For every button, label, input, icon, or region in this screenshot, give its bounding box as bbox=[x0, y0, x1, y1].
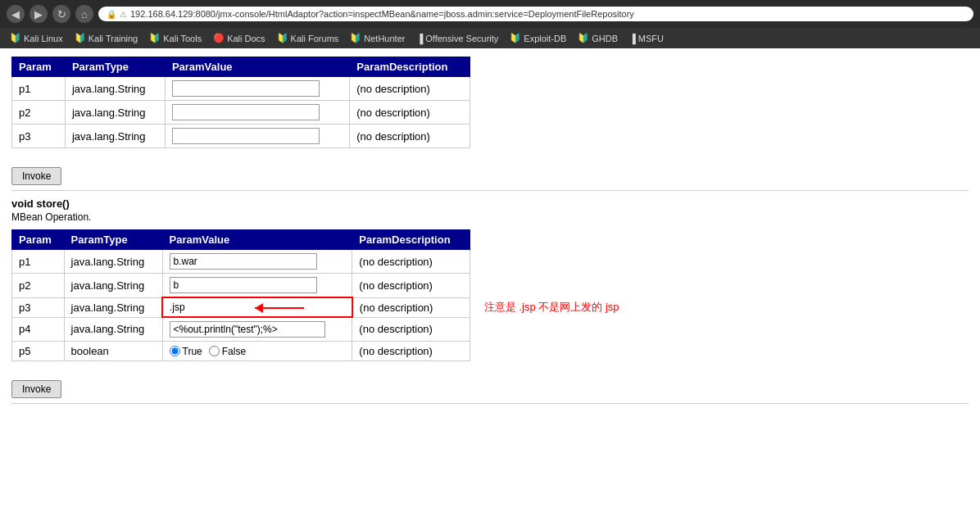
section-divider bbox=[11, 190, 969, 191]
paramtype-cell: java.lang.String bbox=[64, 250, 162, 274]
home-button[interactable]: ⌂ bbox=[75, 5, 93, 23]
offensive-security-icon: ▐ bbox=[416, 34, 423, 43]
paramdesc-cell: (no description) bbox=[352, 250, 470, 274]
paramtype-cell: java.lang.String bbox=[64, 274, 162, 298]
bookmark-label: MSFU bbox=[638, 34, 664, 43]
bookmark-kali-training[interactable]: 🔰 Kali Training bbox=[70, 31, 143, 45]
radio-false-label[interactable]: False bbox=[209, 346, 246, 357]
lower-section-divider bbox=[11, 403, 969, 404]
bookmark-label: NetHunter bbox=[364, 34, 405, 43]
kali-tools-icon: 🔰 bbox=[149, 33, 161, 43]
bookmark-offensive-security[interactable]: ▐ Offensive Security bbox=[411, 32, 503, 45]
paramdesc-cell: (no description) bbox=[350, 77, 470, 101]
table-row: p1 java.lang.String (no description) bbox=[12, 77, 470, 101]
paramvalue-cell[interactable] bbox=[162, 250, 352, 274]
paramvalue-cell[interactable] bbox=[162, 317, 352, 342]
col-header-paramvalue: ParamValue bbox=[162, 230, 352, 250]
bookmark-label: Exploit-DB bbox=[524, 34, 566, 43]
col-header-paramdesc: ParamDescription bbox=[352, 230, 470, 250]
address-bar[interactable]: 🔒 ⚠ 192.168.64.129:8080/jmx-console/Html… bbox=[98, 7, 973, 21]
bookmark-kali-forums[interactable]: 🔰 Kali Forums bbox=[272, 31, 344, 45]
table-row: p2 java.lang.String (no description) bbox=[12, 101, 470, 125]
lower-param-table: Param ParamType ParamValue ParamDescript… bbox=[11, 229, 470, 361]
kali-docs-icon: 🔴 bbox=[213, 33, 225, 43]
url-text: 192.168.64.129:8080/jmx-console/HtmlAdap… bbox=[130, 9, 634, 19]
paramvalue-cell[interactable] bbox=[165, 77, 349, 101]
bookmarks-bar: 🔰 Kali Linux 🔰 Kali Training 🔰 Kali Tool… bbox=[0, 28, 980, 48]
paramvalue-cell-highlighted[interactable] bbox=[162, 297, 352, 317]
warning-icon: ⚠ bbox=[120, 10, 127, 19]
paramdesc-cell: (no description) 注意是 .jsp 不是网上发的 jsp bbox=[352, 297, 470, 317]
paramtype-cell: boolean bbox=[64, 342, 162, 361]
paramvalue-input[interactable] bbox=[172, 128, 320, 144]
bookmark-label: Kali Docs bbox=[227, 34, 265, 43]
paramdesc-cell: (no description) bbox=[352, 342, 470, 361]
radio-false-text: False bbox=[222, 346, 246, 357]
table-row: p3 java.lang.String (no description) bbox=[12, 125, 470, 148]
table-row: p5 boolean True False bbox=[12, 342, 470, 361]
bookmark-exploit-db[interactable]: 🔰 Exploit-DB bbox=[505, 31, 571, 45]
bookmark-kali-tools[interactable]: 🔰 Kali Tools bbox=[144, 31, 206, 45]
paramvalue-input[interactable] bbox=[172, 80, 320, 97]
paramtype-cell: java.lang.String bbox=[64, 317, 162, 342]
paramdesc-cell: (no description) bbox=[352, 274, 470, 298]
lower-invoke-button[interactable]: Invoke bbox=[11, 380, 61, 398]
radio-true[interactable] bbox=[170, 346, 180, 356]
param-cell: p2 bbox=[12, 274, 65, 298]
paramtype-cell: java.lang.String bbox=[65, 125, 165, 148]
bookmark-ghdb[interactable]: 🔰 GHDB bbox=[573, 31, 623, 45]
paramvalue-input-jsp[interactable] bbox=[166, 300, 248, 315]
exploit-db-icon: 🔰 bbox=[510, 33, 521, 43]
paramtype-cell: java.lang.String bbox=[64, 297, 162, 317]
browser-chrome: ◀ ▶ ↻ ⌂ 🔒 ⚠ 192.168.64.129:8080/jmx-cons… bbox=[0, 0, 980, 28]
table-row: p2 java.lang.String (no description) bbox=[12, 274, 470, 298]
param-cell: p2 bbox=[12, 101, 66, 125]
refresh-button[interactable]: ↻ bbox=[52, 5, 70, 23]
forward-button[interactable]: ▶ bbox=[29, 5, 48, 23]
paramtype-cell: java.lang.String bbox=[65, 77, 165, 101]
paramvalue-input[interactable] bbox=[172, 104, 320, 120]
paramvalue-input[interactable] bbox=[170, 277, 317, 293]
paramvalue-input[interactable] bbox=[170, 253, 317, 270]
col-header-param: Param bbox=[12, 230, 65, 250]
radio-true-label[interactable]: True bbox=[170, 346, 202, 357]
bookmark-label: Offensive Security bbox=[425, 34, 498, 43]
bookmark-nethunter[interactable]: 🔰 NetHunter bbox=[345, 31, 410, 45]
upper-table-section: Param ParamType ParamValue ParamDescript… bbox=[11, 57, 969, 191]
nethunter-icon: 🔰 bbox=[350, 33, 361, 43]
back-button[interactable]: ◀ bbox=[7, 5, 25, 23]
bookmark-msfu[interactable]: ▐ MSFU bbox=[624, 32, 669, 45]
lock-icon: 🔒 bbox=[107, 10, 116, 19]
param-cell: p1 bbox=[12, 250, 65, 274]
col-header-param: Param bbox=[12, 57, 66, 77]
upper-invoke-button[interactable]: Invoke bbox=[11, 167, 61, 185]
upper-param-table: Param ParamType ParamValue ParamDescript… bbox=[11, 57, 470, 148]
paramdesc-cell: (no description) bbox=[352, 317, 470, 342]
table-row: p1 java.lang.String (no description) bbox=[12, 250, 470, 274]
paramvalue-cell[interactable] bbox=[165, 101, 349, 125]
radio-group-p5: True False bbox=[170, 346, 346, 357]
col-header-paramtype: ParamType bbox=[64, 230, 162, 250]
msfu-icon: ▐ bbox=[629, 34, 636, 43]
bookmark-kali-linux[interactable]: 🔰 Kali Linux bbox=[5, 31, 68, 45]
bookmark-kali-docs[interactable]: 🔴 Kali Docs bbox=[208, 31, 270, 45]
main-content: Param ParamType ParamValue ParamDescript… bbox=[0, 48, 980, 417]
ghdb-icon: 🔰 bbox=[578, 33, 589, 43]
method-desc: MBean Operation. bbox=[11, 211, 969, 223]
param-cell: p1 bbox=[12, 77, 66, 101]
param-cell: p3 bbox=[12, 297, 65, 317]
table-row-p3: p3 java.lang.String (no description) 注意是… bbox=[12, 297, 470, 317]
paramvalue-cell[interactable] bbox=[162, 274, 352, 298]
lower-table-wrapper: Param ParamType ParamValue ParamDescript… bbox=[11, 229, 969, 361]
radio-false[interactable] bbox=[209, 346, 220, 356]
paramvalue-cell-radio[interactable]: True False bbox=[162, 342, 352, 361]
kali-forums-icon: 🔰 bbox=[277, 33, 288, 43]
paramvalue-input[interactable] bbox=[170, 321, 325, 338]
annotation-text: 注意是 .jsp 不是网上发的 jsp bbox=[484, 300, 619, 315]
paramtype-cell: java.lang.String bbox=[65, 101, 165, 125]
col-header-paramdesc: ParamDescription bbox=[350, 57, 470, 77]
paramdesc-cell: (no description) bbox=[350, 101, 470, 125]
lower-table-section: void store() MBean Operation. Param Para… bbox=[11, 197, 969, 404]
paramvalue-cell[interactable] bbox=[165, 125, 349, 148]
col-header-paramvalue: ParamValue bbox=[165, 57, 349, 77]
